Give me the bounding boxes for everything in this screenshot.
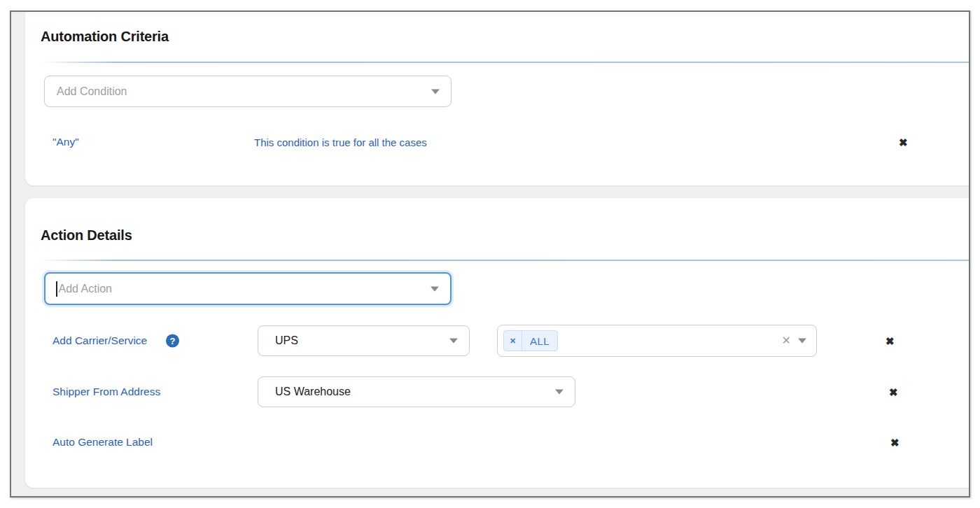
section-divider [41,260,969,261]
tag-remove-icon[interactable]: ✕ [504,331,522,351]
chevron-down-icon [449,339,458,344]
remove-action-icon[interactable]: ✖ [889,387,898,397]
section-divider [41,62,969,63]
service-tag: ✕ ALL [503,330,558,351]
remove-action-icon[interactable]: ✖ [886,336,895,346]
automation-criteria-section: Automation Criteria Add Condition "Any" … [25,12,969,185]
condition-row: "Any" This condition is true for all the… [25,130,969,154]
condition-name[interactable]: "Any" [52,136,79,148]
chevron-down-icon [555,390,564,395]
add-action-select[interactable]: Add Action [44,272,451,305]
add-condition-select[interactable]: Add Condition [44,76,451,107]
chevron-down-icon [431,89,440,94]
automation-criteria-title: Automation Criteria [41,29,169,45]
action-row-shipper-address: Shipper From Address US Warehouse ✖ [25,376,969,407]
address-select-value: US Warehouse [275,386,351,398]
text-cursor [56,281,57,297]
service-multiselect[interactable]: ✕ ALL ✕ [497,325,817,357]
chevron-down-icon [798,339,806,344]
clear-selection-icon[interactable]: ✕ [782,335,791,346]
service-tag-label: ALL [522,331,557,351]
carrier-select[interactable]: UPS [258,325,470,356]
remove-condition-icon[interactable]: ✖ [899,137,908,148]
window-frame: Automation Criteria Add Condition "Any" … [10,10,970,498]
add-condition-placeholder: Add Condition [57,85,127,98]
add-action-placeholder: Add Action [59,283,113,295]
chevron-down-icon [430,286,439,291]
carrier-select-value: UPS [275,334,298,347]
action-row-carrier-service: Add Carrier/Service ? UPS ✕ ALL ✕ ✖ [25,325,969,357]
auto-generate-label[interactable]: Auto Generate Label [52,436,153,449]
help-icon[interactable]: ? [166,334,179,348]
action-details-title: Action Details [41,227,132,244]
shipper-address-label[interactable]: Shipper From Address [52,386,160,398]
action-row-auto-generate-label: Auto Generate Label ✖ [25,427,969,458]
action-details-section: Action Details Add Action Add Carrier/Se… [25,198,969,488]
address-select[interactable]: US Warehouse [258,376,575,407]
carrier-service-label[interactable]: Add Carrier/Service [52,334,147,347]
remove-action-icon[interactable]: ✖ [890,437,899,448]
condition-description: This condition is true for all the cases [254,136,427,148]
